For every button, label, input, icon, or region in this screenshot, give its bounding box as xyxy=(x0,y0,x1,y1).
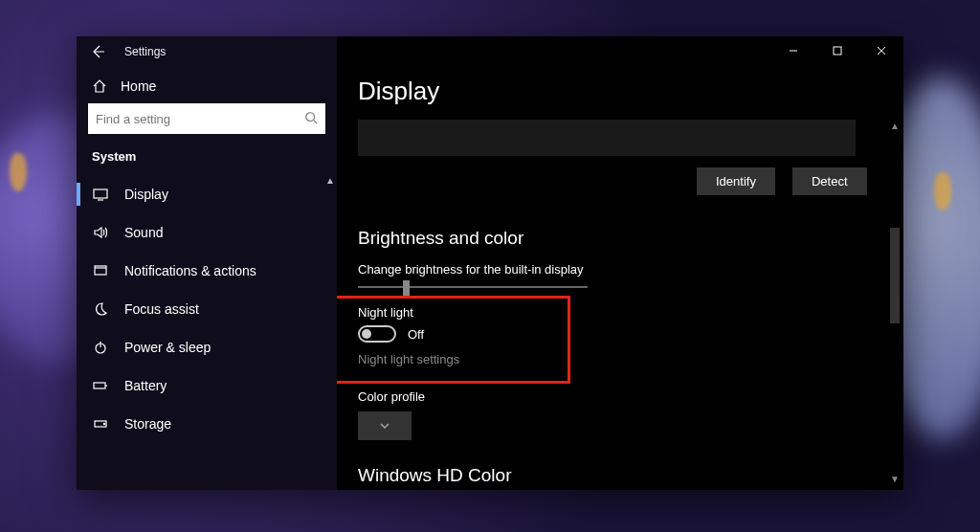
brightness-slider[interactable] xyxy=(358,286,588,288)
power-icon xyxy=(92,340,109,355)
svg-rect-4 xyxy=(94,383,105,388)
night-light-settings-link[interactable]: Night light settings xyxy=(358,352,882,366)
sidebar-item-label: Focus assist xyxy=(124,301,199,317)
night-light-block: Night light Off Night light settings xyxy=(358,301,882,374)
moon-icon xyxy=(92,301,109,317)
search-wrap xyxy=(77,103,337,145)
home-label: Home xyxy=(121,78,156,94)
content-pane: Display Identify Detect Brightness and c… xyxy=(337,36,903,490)
sidebar-item-sound[interactable]: Sound xyxy=(77,213,337,252)
hdr-heading: Windows HD Color xyxy=(358,465,882,483)
notification-icon xyxy=(92,263,109,278)
monitor-icon xyxy=(92,187,109,202)
sidebar-item-label: Notifications & actions xyxy=(124,263,256,278)
color-profile-dropdown[interactable] xyxy=(358,411,412,440)
sidebar-item-display[interactable]: Display xyxy=(77,175,337,213)
back-button[interactable] xyxy=(88,42,107,61)
display-preview[interactable] xyxy=(358,120,856,156)
scrollbar-thumb[interactable] xyxy=(890,228,900,323)
arrow-left-icon xyxy=(90,44,105,59)
sidebar-nav: ▲ Display Sound Notifications & actions … xyxy=(77,175,337,490)
svg-rect-1 xyxy=(94,189,107,198)
sidebar-item-focus-assist[interactable]: Focus assist xyxy=(77,290,337,328)
sidebar-item-battery[interactable]: Battery xyxy=(77,366,337,405)
color-profile-label: Color profile xyxy=(358,389,882,404)
content-scrollbar[interactable]: ▲ ▼ xyxy=(888,121,902,484)
search-input[interactable] xyxy=(88,103,325,134)
night-light-state: Off xyxy=(408,327,424,342)
maximize-button[interactable] xyxy=(815,36,859,65)
sidebar-item-label: Power & sleep xyxy=(124,340,211,355)
sidebar-item-notifications[interactable]: Notifications & actions xyxy=(77,252,337,290)
brightness-label: Change brightness for the built-in displ… xyxy=(358,262,882,277)
sound-icon xyxy=(92,225,109,240)
app-title: Settings xyxy=(124,45,166,58)
sidebar-item-power-sleep[interactable]: Power & sleep xyxy=(77,328,337,366)
display-button-row: Identify Detect xyxy=(697,167,882,195)
svg-point-6 xyxy=(103,423,104,424)
chevron-down-icon xyxy=(379,420,390,432)
sidebar-item-label: Sound xyxy=(124,225,163,240)
battery-icon xyxy=(92,378,109,393)
wallpaper-accent-right xyxy=(934,172,951,211)
wallpaper-accent-left xyxy=(10,153,27,191)
settings-window: Settings Home System ▲ Display Sound xyxy=(77,36,903,490)
sidebar-item-storage[interactable]: Storage xyxy=(77,405,337,443)
svg-rect-2 xyxy=(95,266,106,275)
sidebar-item-label: Storage xyxy=(124,416,171,432)
window-controls xyxy=(771,36,903,65)
minimize-button[interactable] xyxy=(771,36,815,65)
night-light-label: Night light xyxy=(358,305,882,320)
home-nav[interactable]: Home xyxy=(77,67,337,103)
detect-button[interactable]: Detect xyxy=(792,167,867,195)
scroll-down-arrow-icon[interactable]: ▼ xyxy=(890,474,900,484)
titlebar: Settings xyxy=(77,36,337,67)
storage-icon xyxy=(92,416,109,432)
scroll-up-arrow-icon[interactable]: ▲ xyxy=(888,121,902,131)
sidebar-item-label: Battery xyxy=(124,378,167,393)
night-light-toggle[interactable] xyxy=(358,325,396,343)
slider-thumb[interactable] xyxy=(403,280,410,298)
identify-button[interactable]: Identify xyxy=(697,167,775,195)
night-light-toggle-row: Off xyxy=(358,325,882,343)
brightness-heading: Brightness and color xyxy=(358,228,882,249)
section-label: System xyxy=(77,145,337,175)
content-inner: Identify Detect Brightness and color Cha… xyxy=(337,120,903,483)
sidebar: Settings Home System ▲ Display Sound xyxy=(77,36,337,490)
close-button[interactable] xyxy=(859,36,903,65)
svg-rect-7 xyxy=(834,47,841,55)
toggle-knob xyxy=(362,329,371,339)
home-icon xyxy=(92,78,107,94)
sidebar-item-label: Display xyxy=(124,187,168,202)
